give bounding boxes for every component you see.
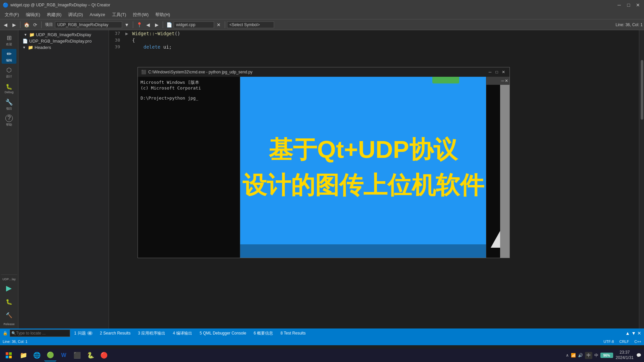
- toolbar-arrow-left2[interactable]: ◀: [144, 21, 152, 29]
- close-button[interactable]: ✕: [635, 2, 641, 8]
- right-panel: [639, 30, 644, 328]
- tab-search-results[interactable]: 2 Search Results: [97, 328, 134, 338]
- taskbar-cmd[interactable]: ⬛: [71, 349, 83, 361]
- tabs-expand-btn[interactable]: ▲: [625, 330, 630, 336]
- toolbar-forward-btn[interactable]: ▶: [10, 21, 18, 29]
- tab-app-output[interactable]: 3 应用程序输出: [135, 328, 169, 338]
- taskbar-chrome[interactable]: 🌐: [31, 349, 43, 361]
- svg-rect-1: [9, 352, 12, 355]
- tree-item-headers[interactable]: ▼ 📁 Headers: [18, 44, 109, 51]
- svg-rect-3: [9, 356, 12, 358]
- project-selector[interactable]: UDP_RGB_ImageRxDisplay: [55, 21, 122, 28]
- start-button[interactable]: [3, 349, 15, 361]
- viewer-close-btn[interactable]: ✕: [505, 78, 508, 83]
- status-crlf: CRLF: [619, 340, 629, 344]
- cmd-close-button[interactable]: ✕: [501, 69, 506, 75]
- menu-help[interactable]: 帮助(H): [152, 10, 173, 19]
- cmd-minimize-button[interactable]: ─: [487, 69, 493, 75]
- main-layout: ⊞ 欢迎 ✏ 编辑 ⬡ 设计 🐛 Debug 🔧 项目 ? 帮助 UDP…lay…: [0, 30, 644, 328]
- toolbar-arrow-right2[interactable]: ▶: [153, 21, 161, 29]
- menu-analyze[interactable]: Analyze: [86, 10, 108, 19]
- cmd-text: Microsoft Windows [版本 (c) Microsoft Corp…: [138, 77, 240, 258]
- taskbar-qt[interactable]: 🟢: [44, 349, 56, 361]
- project-icon: 🔧: [5, 99, 13, 106]
- scrollbar-track-v: [640, 30, 644, 328]
- tab-qml-debugger[interactable]: 5 QML Debugger Console: [196, 328, 250, 338]
- taskbar-python[interactable]: 🐍: [85, 349, 97, 361]
- file-tab-selector[interactable]: widget.cpp: [174, 21, 214, 28]
- tab-icon: 📄: [165, 21, 173, 29]
- tabs-collapse-btn[interactable]: ▼: [631, 330, 636, 336]
- sidebar-item-project[interactable]: 🔧 项目: [2, 97, 16, 112]
- notification-icon[interactable]: 💬: [636, 353, 641, 358]
- left-sidebar: ⊞ 欢迎 ✏ 编辑 ⬡ 设计 🐛 Debug 🔧 项目 ? 帮助 UDP…lay…: [0, 30, 18, 328]
- menu-build[interactable]: 构建(B): [44, 10, 65, 19]
- tray-expand-icon[interactable]: ∧: [566, 353, 569, 358]
- viewer-content: [486, 85, 509, 258]
- toolbar-home-btn[interactable]: 🏠: [22, 21, 31, 29]
- minimize-button[interactable]: ─: [616, 2, 623, 8]
- line-num-37: 37: [109, 30, 124, 37]
- tabs-close-btn[interactable]: ✕: [637, 330, 641, 336]
- line-arrow-39: [124, 44, 129, 50]
- scrollbar-thumb-v[interactable]: [641, 60, 643, 120]
- build-button[interactable]: 🔨: [3, 309, 15, 321]
- tab-test-results[interactable]: 8 Test Results: [277, 328, 309, 338]
- sidebar-item-debug[interactable]: 🐛 Debug: [2, 81, 16, 96]
- menu-edit[interactable]: 编辑(E): [22, 10, 44, 19]
- tab-problems[interactable]: 1 问题 4: [71, 328, 96, 338]
- menu-controls[interactable]: 控件(W): [129, 10, 152, 19]
- taskbar-right: ∧ 📶 🔊 中 中 96% 23:37 2024/1/31 💬: [566, 350, 641, 360]
- debug-run-button[interactable]: 🐛: [3, 296, 15, 308]
- windows-logo-icon: [6, 352, 12, 358]
- status-bar-left: Line: 36, Col: 1: [3, 340, 28, 344]
- run-button[interactable]: ▶: [3, 282, 15, 294]
- cmd-maximize-button[interactable]: □: [494, 69, 499, 75]
- code-line-39: 39 delete ui;: [109, 44, 639, 50]
- tab-compile-output[interactable]: 4 编译输出: [169, 328, 196, 338]
- tree-arrow-root: ▼: [24, 33, 28, 37]
- time-display: 23:37: [616, 350, 634, 355]
- toolbar-loc-btn[interactable]: 📍: [135, 21, 143, 29]
- taskbar-word[interactable]: W: [58, 349, 70, 361]
- tree-item-root[interactable]: ▼ 📁 UDP_RGB_ImageRxDisplay: [18, 32, 109, 38]
- image-display-area: 基于Qt+UDP协议 设计的图传上位机软件: [240, 77, 486, 258]
- menu-file[interactable]: 文件(F): [1, 10, 22, 19]
- menu-tools[interactable]: 工具(T): [109, 10, 130, 19]
- viewer-minimize-btn[interactable]: ─: [501, 78, 504, 83]
- cmd-window: ⬛ C:\Windows\System32\cmd.exe - python j…: [138, 67, 510, 258]
- maximize-button[interactable]: □: [625, 2, 632, 8]
- image-display-title-line1: 基于Qt+UDP协议: [269, 135, 457, 164]
- tab-problems-label: 问题: [78, 330, 86, 336]
- symbol-selector[interactable]: <Select Symbol>: [227, 21, 274, 28]
- sidebar-label-debug: Debug: [5, 90, 14, 94]
- debug-icon: 🐛: [6, 83, 12, 90]
- sidebar-item-edit[interactable]: ✏ 编辑: [2, 49, 16, 64]
- sidebar-item-welcome[interactable]: ⊞ 欢迎: [2, 33, 16, 48]
- code-line-37: 37 ▶ Widget::~Widget(): [109, 30, 639, 37]
- system-tray: ∧ 📶 🔊 中 中 96%: [566, 352, 613, 359]
- design-icon: ⬡: [6, 66, 12, 74]
- project-selector-arrow[interactable]: ▼: [123, 21, 131, 29]
- taskbar-app8[interactable]: 🔴: [98, 349, 110, 361]
- bottom-panel-toggle[interactable]: 🔒: [3, 331, 8, 336]
- headers-icon: 📁: [28, 45, 33, 50]
- line-info: Line: 36, Col: 1: [615, 22, 643, 27]
- sidebar-item-design[interactable]: ⬡ 设计: [2, 65, 16, 80]
- tab-overview[interactable]: 6 概要信息: [250, 328, 276, 338]
- cmd-content-area: Microsoft Windows [版本 (c) Microsoft Corp…: [138, 77, 509, 258]
- system-clock[interactable]: 23:37 2024/1/31: [616, 350, 634, 360]
- windows-taskbar: 📁 🌐 🟢 W ⬛ 🐍 🔴 ∧ 📶 🔊 中 中 96% 23:37 2024/1…: [0, 349, 644, 362]
- svg-rect-0: [6, 352, 8, 355]
- toolbar-back-btn[interactable]: ◀: [1, 21, 9, 29]
- toolbar-btn2[interactable]: ⟳: [31, 21, 39, 29]
- search-input-bottom[interactable]: [16, 331, 68, 336]
- taskbar-explorer[interactable]: 📁: [17, 349, 30, 361]
- tree-item-pro[interactable]: 📄 UDP_RGB_ImageRxDisplay.pro: [18, 38, 109, 44]
- file-tab-close[interactable]: ✕: [215, 21, 223, 29]
- sidebar-item-help[interactable]: ? 帮助: [2, 113, 16, 128]
- svg-rect-2: [6, 356, 8, 358]
- menu-debug[interactable]: 调试(D): [65, 10, 86, 19]
- app-icon: 🔵: [3, 2, 8, 8]
- line-content-37: Widget::~Widget(): [129, 30, 639, 37]
